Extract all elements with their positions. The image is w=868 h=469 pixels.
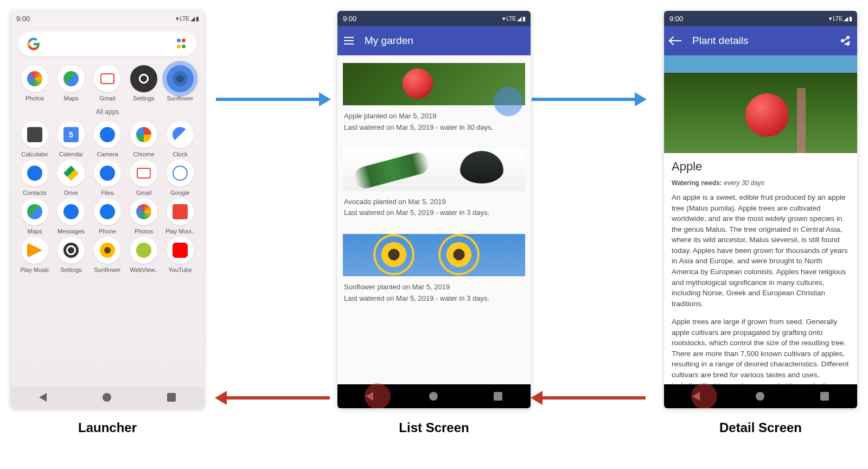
status-time: 9:00 <box>343 15 356 23</box>
back-touch-indicator <box>691 383 717 408</box>
detail-content[interactable]: Apple Watering needs: every 30 days An a… <box>664 153 857 384</box>
app-settings[interactable]: Settings <box>127 65 160 102</box>
apps-row: Calculator 5 Calendar Camera Chrome Cloc… <box>18 121 196 157</box>
app-sunflower[interactable]: Sunflower <box>91 237 124 273</box>
share-icon[interactable] <box>841 36 851 46</box>
flow-arrow-back <box>542 396 646 400</box>
app-photos[interactable]: Photos <box>127 198 160 234</box>
caption-list: List Screen <box>337 420 531 435</box>
app-contacts[interactable]: Contacts <box>18 160 51 196</box>
network-label: LTE <box>506 15 516 22</box>
app-webview-[interactable]: WebView.. <box>127 237 160 273</box>
app-drive[interactable]: Drive <box>55 160 87 196</box>
status-bar: 9:00 ▾ LTE ◢ ▮ <box>337 11 531 26</box>
app-files[interactable]: Files <box>91 160 124 196</box>
app-bar-title: Plant details <box>692 35 830 47</box>
apps-row: Contacts Drive Files Gmail Google <box>18 160 196 196</box>
app-messages[interactable]: Messages <box>55 198 87 234</box>
app-gmail[interactable]: Gmail <box>127 160 160 196</box>
battery-icon: ▮ <box>849 15 852 22</box>
app-sunflower-highlighted[interactable]: Sunflower <box>164 65 196 102</box>
all-apps-label: All apps <box>18 108 196 116</box>
signal-icon: ◢ <box>517 15 521 22</box>
all-apps-grid: Calculator 5 Calendar Camera Chrome Cloc… <box>18 121 196 275</box>
sunflower-icon <box>173 71 188 86</box>
app-settings[interactable]: Settings <box>55 237 87 273</box>
back-touch-indicator <box>365 383 391 408</box>
app-calendar[interactable]: 5 Calendar <box>55 121 87 157</box>
back-arrow-icon[interactable] <box>671 40 681 41</box>
status-icons: ▾ LTE ◢ ▮ <box>829 15 852 22</box>
app-clock[interactable]: Clock <box>164 121 196 157</box>
launcher-nav-bar <box>11 386 204 408</box>
app-google[interactable]: Google <box>164 160 196 196</box>
status-bar: 9:00 ▾ LTE ◢ ▮ <box>11 11 204 26</box>
app-gmail[interactable]: Gmail <box>91 65 124 102</box>
app-chrome[interactable]: Chrome <box>127 121 160 157</box>
wifi-icon: ▾ <box>176 15 179 22</box>
battery-icon: ▮ <box>196 15 199 22</box>
list-item[interactable]: Sunflower planted on Mar 5, 2019 Last wa… <box>337 234 531 312</box>
sunflower-photo <box>343 234 525 276</box>
avocado-photo <box>343 149 525 191</box>
wifi-icon: ▾ <box>829 15 832 22</box>
network-label: LTE <box>833 15 843 22</box>
network-label: LTE <box>180 15 189 22</box>
apps-row: Play Music Settings Sunflower WebView.. … <box>18 237 196 273</box>
list-item-line2: Last watered on Mar 5, 2019 - water in 3… <box>344 293 524 305</box>
app-play-music[interactable]: Play Music <box>18 237 51 273</box>
app-camera[interactable]: Camera <box>91 121 124 157</box>
watering-needs: Watering needs: every 30 days <box>672 179 850 187</box>
list-item-line2: Last watered on Mar 5, 2019 - water in 3… <box>344 207 524 219</box>
nav-bar <box>337 384 531 408</box>
app-maps[interactable]: Maps <box>18 198 51 234</box>
touch-indicator <box>494 87 523 116</box>
detail-hero-photo <box>664 55 857 153</box>
app-play-movi-[interactable]: Play Movi.. <box>164 198 196 234</box>
status-icons: ▾ LTE ◢ ▮ <box>502 15 525 22</box>
detail-screen-phone: 9:00 ▾ LTE ◢ ▮ Plant details Apple Water… <box>664 11 857 408</box>
nav-recents-icon[interactable] <box>167 393 176 402</box>
status-icons: ▾ LTE ◢ ▮ <box>176 15 199 22</box>
caption-detail: Detail Screen <box>664 420 857 435</box>
list-item-line1: Sunflower planted on Mar 5, 2019 <box>344 282 524 293</box>
caption-launcher: Launcher <box>11 420 204 435</box>
nav-home-icon[interactable] <box>429 392 438 401</box>
nav-home-icon[interactable] <box>756 392 764 401</box>
nav-home-icon[interactable] <box>103 393 111 402</box>
plant-description: An apple is a sweet, edible fruit produc… <box>672 192 850 384</box>
status-time: 9:00 <box>16 15 30 23</box>
flow-arrow-forward <box>216 98 319 101</box>
flow-arrow-forward <box>532 98 635 101</box>
google-g-icon <box>27 37 40 50</box>
nav-recents-icon[interactable] <box>494 392 502 401</box>
app-phone[interactable]: Phone <box>91 198 124 234</box>
apps-row: Maps Messages Phone Photos Play Movi.. <box>18 198 196 234</box>
app-bar-title: My garden <box>365 35 524 47</box>
hamburger-menu-icon[interactable] <box>344 37 354 45</box>
list-item-line1: Avocado planted on Mar 5, 2019 <box>344 197 524 208</box>
status-bar: 9:00 ▾ LTE ◢ ▮ <box>664 11 857 26</box>
list-screen-phone: 9:00 ▾ LTE ◢ ▮ My garden Apple planted o… <box>337 11 531 408</box>
launcher-phone: 9:00 ▾ LTE ◢ ▮ Photos <box>11 11 204 408</box>
app-photos[interactable]: Photos <box>18 65 51 102</box>
app-youtube[interactable]: YouTube <box>164 237 196 273</box>
favorites-row: Photos Maps Gmail Settings Sunflower <box>18 65 196 102</box>
app-calculator[interactable]: Calculator <box>18 121 51 157</box>
nav-recents-icon[interactable] <box>820 392 829 401</box>
list-item[interactable]: Avocado planted on Mar 5, 2019 Last wate… <box>337 149 531 227</box>
google-search-bar[interactable] <box>18 31 196 56</box>
list-item-line1: Apple planted on Mar 5, 2019 <box>344 111 524 122</box>
gear-icon <box>136 71 151 86</box>
app-maps[interactable]: Maps <box>55 65 87 102</box>
assistant-icon[interactable] <box>177 39 188 49</box>
app-bar: My garden <box>337 26 531 55</box>
app-bar: Plant details <box>664 26 857 55</box>
signal-icon: ◢ <box>190 15 195 22</box>
list-item-line2: Last watered on Mar 5, 2019 - water in 3… <box>344 122 524 134</box>
flow-arrow-back <box>227 396 330 400</box>
status-time: 9:00 <box>669 15 683 23</box>
battery-icon: ▮ <box>522 15 526 22</box>
nav-back-icon[interactable] <box>39 393 47 402</box>
plant-title: Apple <box>672 160 850 174</box>
